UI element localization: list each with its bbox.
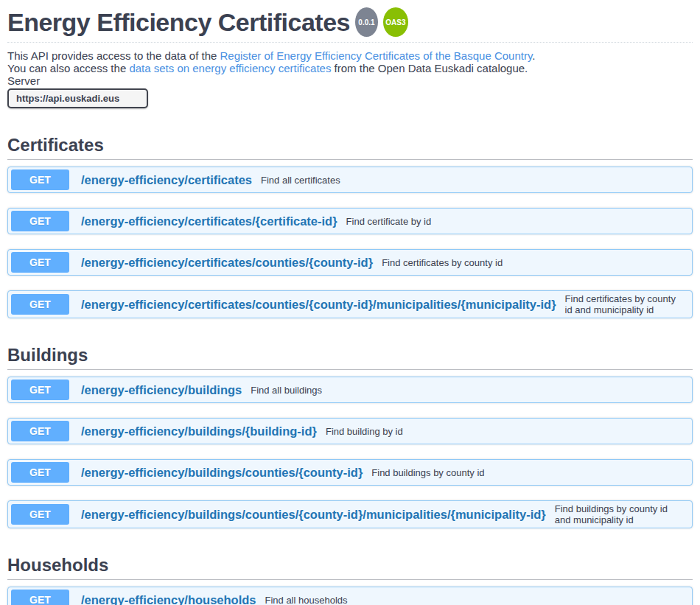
endpoint-path[interactable]: /energy-efficiency/buildings/counties/{c…	[81, 466, 363, 480]
endpoint-summary: Find certificates by county id	[382, 257, 689, 268]
endpoint-path[interactable]: /energy-efficiency/buildings/{building-i…	[81, 424, 317, 438]
endpoint-path[interactable]: /energy-efficiency/buildings/counties/{c…	[81, 508, 546, 522]
endpoint-summary: Find all certificates	[261, 175, 689, 186]
get-method-badge[interactable]: GET	[11, 380, 69, 400]
datasets-link[interactable]: data sets on energy efficiency certifica…	[129, 62, 331, 74]
endpoint-summary: Find certificate by id	[346, 216, 689, 227]
swagger-page: Energy Efficiency Certificates 0.0.1 OAS…	[0, 0, 700, 605]
description-line-1: This API provides access to the data of …	[7, 49, 693, 62]
endpoint-row[interactable]: GET /energy-efficiency/buildings/{buildi…	[7, 418, 693, 444]
register-link[interactable]: Register of Energy Efficiency Certificat…	[220, 49, 533, 62]
version-badge: 0.0.1	[355, 7, 378, 37]
section-title-households[interactable]: Households	[7, 555, 693, 576]
endpoint-row[interactable]: GET /energy-efficiency/certificates Find…	[7, 167, 693, 193]
section-divider	[7, 369, 693, 370]
endpoint-summary: Find building by id	[326, 426, 689, 437]
server-label: Server	[7, 74, 693, 87]
endpoint-summary: Find buildings by county id	[371, 467, 689, 478]
endpoint-path[interactable]: /energy-efficiency/buildings	[81, 383, 242, 397]
endpoint-summary: Find certificates by county id and munic…	[565, 293, 689, 315]
endpoint-summary: Find all buildings	[251, 385, 689, 396]
endpoint-path[interactable]: /energy-efficiency/households	[81, 593, 256, 605]
server-select[interactable]: https://api.euskadi.eus	[7, 88, 148, 108]
get-method-badge[interactable]: GET	[11, 590, 69, 605]
get-method-badge[interactable]: GET	[11, 421, 69, 441]
endpoint-row[interactable]: GET /energy-efficiency/certificates/{cer…	[7, 208, 693, 234]
endpoint-row[interactable]: GET /energy-efficiency/certificates/coun…	[7, 290, 693, 318]
section-title-certificates[interactable]: Certificates	[7, 135, 693, 155]
section-buildings: Buildings GET /energy-efficiency/buildin…	[7, 345, 693, 528]
section-divider	[7, 159, 693, 160]
section-title-buildings[interactable]: Buildings	[7, 345, 693, 366]
endpoint-row[interactable]: GET /energy-efficiency/buildings/countie…	[7, 500, 693, 528]
header-divider	[7, 42, 693, 43]
endpoint-path[interactable]: /energy-efficiency/certificates/counties…	[81, 298, 556, 312]
section-certificates: Certificates GET /energy-efficiency/cert…	[7, 135, 693, 318]
endpoint-row[interactable]: GET /energy-efficiency/certificates/coun…	[7, 249, 693, 276]
description-text: This API provides access to the data of …	[7, 49, 220, 62]
endpoint-row[interactable]: GET /energy-efficiency/buildings Find al…	[7, 377, 693, 403]
description-text: from the Open Data Euskadi catalogue.	[331, 62, 528, 74]
description-line-2: You can also access the data sets on ene…	[7, 62, 693, 74]
description-text: .	[532, 49, 535, 62]
endpoint-summary: Find buildings by county id and municipa…	[555, 503, 689, 525]
description-text: You can also access the	[7, 62, 129, 74]
endpoint-row[interactable]: GET /energy-efficiency/buildings/countie…	[7, 459, 693, 486]
api-header: Energy Efficiency Certificates 0.0.1 OAS…	[7, 6, 693, 38]
oas3-badge: OAS3	[383, 7, 408, 37]
page-title: Energy Efficiency Certificates	[7, 6, 350, 38]
get-method-badge[interactable]: GET	[11, 211, 69, 231]
get-method-badge[interactable]: GET	[11, 294, 69, 315]
endpoint-summary: Find all households	[265, 595, 689, 605]
api-description: This API provides access to the data of …	[7, 49, 693, 108]
section-households: Households GET /energy-efficiency/househ…	[7, 555, 693, 605]
get-method-badge[interactable]: GET	[11, 169, 69, 190]
endpoint-path[interactable]: /energy-efficiency/certificates/counties…	[81, 256, 373, 270]
endpoint-path[interactable]: /energy-efficiency/certificates/{certifi…	[81, 214, 337, 228]
get-method-badge[interactable]: GET	[11, 462, 69, 483]
endpoint-row[interactable]: GET /energy-efficiency/households Find a…	[7, 587, 693, 605]
get-method-badge[interactable]: GET	[11, 504, 69, 525]
get-method-badge[interactable]: GET	[11, 252, 69, 273]
section-divider	[7, 579, 693, 580]
endpoint-path[interactable]: /energy-efficiency/certificates	[81, 173, 252, 187]
